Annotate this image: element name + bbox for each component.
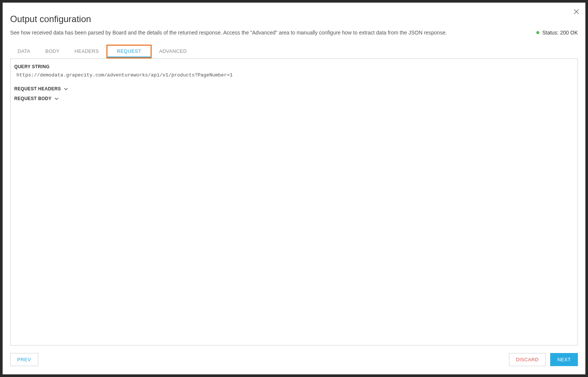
request-headers-label: REQUEST HEADERS — [14, 86, 61, 91]
page-title: Output configuration — [10, 14, 578, 24]
request-body-label: REQUEST BODY — [14, 96, 52, 101]
tabs-bar: DATA BODY HEADERS REQUEST ADVANCED — [3, 36, 585, 58]
status-indicator: Status: 200 OK — [536, 30, 578, 36]
footer-right-group: DISCARD NEXT — [509, 353, 578, 366]
query-string-label: QUERY STRING — [14, 64, 574, 69]
next-button[interactable]: NEXT — [550, 353, 578, 366]
tab-request[interactable]: REQUEST — [106, 45, 152, 58]
status-value: 200 OK — [560, 30, 578, 36]
modal-header: Output configuration See how received da… — [3, 3, 585, 36]
query-string-value: https://demodata.grapecity.com/adventure… — [14, 72, 574, 78]
chevron-down-icon — [63, 86, 69, 91]
tab-advanced[interactable]: ADVANCED — [152, 45, 194, 58]
output-configuration-modal: Output configuration See how received da… — [3, 3, 585, 374]
status-dot-icon — [536, 31, 539, 34]
request-panel: QUERY STRING https://demodata.grapecity.… — [10, 58, 578, 346]
tab-data[interactable]: DATA — [10, 45, 38, 58]
status-label: Status: — [542, 30, 559, 36]
discard-button[interactable]: DISCARD — [509, 353, 546, 366]
subtitle-row: See how received data has been parsed by… — [10, 30, 578, 36]
prev-button[interactable]: PREV — [10, 353, 38, 366]
tab-headers[interactable]: HEADERS — [67, 45, 106, 58]
modal-footer: PREV DISCARD NEXT — [3, 353, 585, 374]
close-icon — [573, 9, 579, 15]
close-button[interactable] — [572, 7, 581, 16]
request-body-toggle[interactable]: REQUEST BODY — [14, 96, 574, 101]
chevron-down-icon — [54, 96, 59, 101]
request-headers-toggle[interactable]: REQUEST HEADERS — [14, 86, 574, 91]
page-subtitle: See how received data has been parsed by… — [10, 30, 447, 36]
tab-body[interactable]: BODY — [38, 45, 67, 58]
